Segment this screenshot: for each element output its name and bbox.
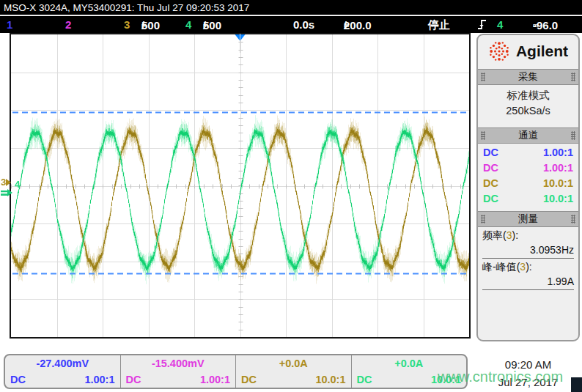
sample-rate: 250kSa/s	[478, 103, 578, 119]
grip-icon	[571, 215, 575, 223]
ch2-readout[interactable]: -15.400mV DC 1.00:1	[121, 355, 237, 388]
ch4-value: +0.0A	[352, 358, 467, 369]
waveform-canvas	[11, 34, 469, 337]
brand-row: Agilent	[478, 35, 578, 67]
ch3-ground-marker[interactable]: 3	[1, 178, 11, 187]
ch2-number[interactable]: 2	[65, 17, 71, 32]
trigger-source[interactable]: 4	[497, 17, 503, 32]
channel-row-3[interactable]: DC10.0:1	[478, 176, 578, 191]
channel-row-1[interactable]: DC1.00:1	[478, 145, 578, 160]
brand-name: Agilent	[516, 42, 568, 60]
grip-icon	[481, 73, 485, 81]
ch3-probe-ratio: 10.0:1	[315, 374, 345, 385]
ch1-coupling: DC	[10, 374, 26, 385]
ch2-value: -15.400mV	[121, 358, 236, 369]
oscilloscope-screen: MSO-X 3024A, MY53400291: Thu Jul 27 09:2…	[0, 0, 582, 392]
measurement-label-frequency: 频率(3):	[482, 229, 574, 243]
status-bar: 1 2 3 500mA/ 4 500mA/ 0.0s 200.0ms/ 停止 4…	[0, 16, 582, 33]
ch1-probe-ratio: 1.00:1	[84, 374, 114, 385]
ch2-probe-ratio: 1.00:1	[200, 374, 230, 385]
instrument-title: MSO-X 3024A, MY53400291: Thu Jul 27 09:2…	[4, 2, 249, 13]
ch3-coupling: DC	[241, 374, 257, 385]
grip-icon	[571, 131, 575, 140]
channels-header[interactable]: 通道	[478, 127, 578, 144]
horizontal-delay[interactable]: 0.0s	[293, 17, 314, 32]
grip-icon	[571, 73, 575, 81]
measurement-value-frequency: 3.0953Hz	[482, 243, 574, 259]
ch4-number[interactable]: 4	[185, 17, 191, 32]
measurement-list: 频率(3): 3.0953Hz 峰-峰值(3): 1.99A	[478, 227, 578, 290]
channel-row-4[interactable]: DC10.0:1	[478, 191, 578, 207]
ch1-number[interactable]: 1	[7, 17, 12, 32]
trigger-position-line	[240, 34, 240, 53]
ch3-value: +0.0A	[236, 358, 351, 369]
ch4-ground-arrow-icon	[7, 189, 12, 196]
watermark: www.cntronics.com	[438, 369, 563, 385]
ch4-coupling: DC	[357, 374, 372, 385]
agilent-logo-icon	[488, 40, 510, 62]
grip-icon	[481, 131, 485, 140]
measurement-source: 3	[520, 261, 526, 273]
ch1-readout[interactable]: -27.400mV DC 1.00:1	[5, 355, 121, 388]
corner-block	[571, 377, 582, 392]
ch3-readout[interactable]: +0.0A DC 10.0:1	[236, 355, 352, 388]
ch3-number[interactable]: 3	[124, 17, 130, 32]
ch3-ground-arrow-icon	[6, 179, 11, 186]
acquisition-info: 标准模式 250kSa/s	[478, 85, 578, 126]
ch4-ground-level-label: 4	[15, 180, 20, 189]
grip-icon	[481, 215, 485, 223]
channel-readout-bar: -27.400mV DC 1.00:1 -15.400mV DC 1.00:1 …	[4, 354, 468, 389]
ground-symbol-icon	[1, 191, 7, 196]
channel-list: DC1.00:1 DC1.00:1 DC10.0:1 DC10.0:1	[478, 144, 578, 210]
acquisition-mode: 标准模式	[478, 88, 578, 103]
measure-header[interactable]: 测量	[478, 211, 578, 227]
measurement-label-peak-peak: 峰-峰值(3):	[482, 260, 574, 274]
ch3-ground-label: 3	[1, 177, 6, 188]
channel-row-2[interactable]: DC1.00:1	[478, 160, 578, 176]
measurement-value-peak-peak: 1.99A	[482, 274, 574, 290]
ch4-ground-marker[interactable]	[1, 188, 12, 197]
title-bar: MSO-X 3024A, MY53400291: Thu Jul 27 09:2…	[0, 0, 582, 15]
edge-trigger-icon	[477, 18, 487, 34]
acquisition-header[interactable]: 采集	[478, 69, 578, 85]
waveform-display	[10, 33, 471, 339]
ch2-coupling: DC	[126, 374, 141, 385]
sidebar: Agilent 采集 标准模式 250kSa/s 通道 DC1.00:1 DC1…	[476, 34, 580, 341]
run-state[interactable]: 停止	[428, 17, 450, 32]
ch1-value: -27.400mV	[5, 358, 120, 369]
